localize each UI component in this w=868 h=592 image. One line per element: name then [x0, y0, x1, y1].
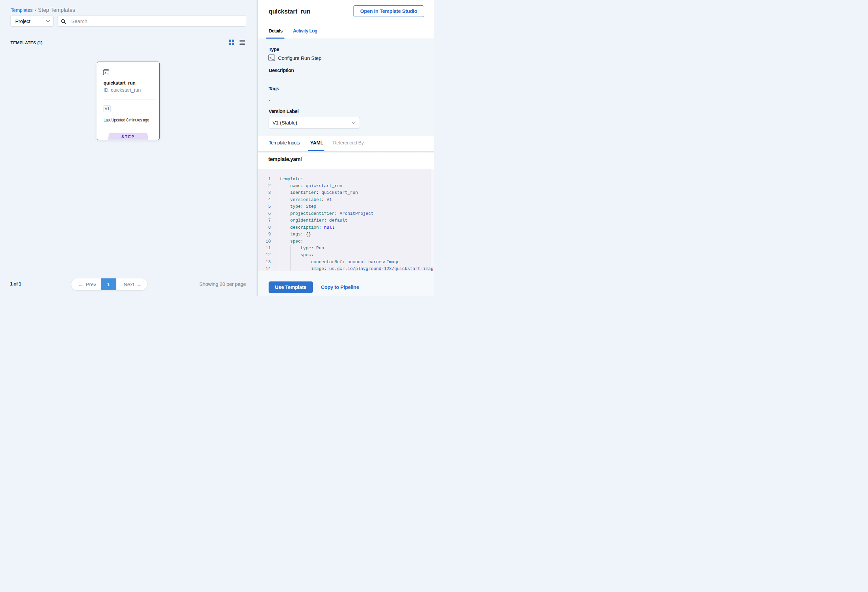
svg-text:STEP: STEP — [121, 134, 135, 138]
